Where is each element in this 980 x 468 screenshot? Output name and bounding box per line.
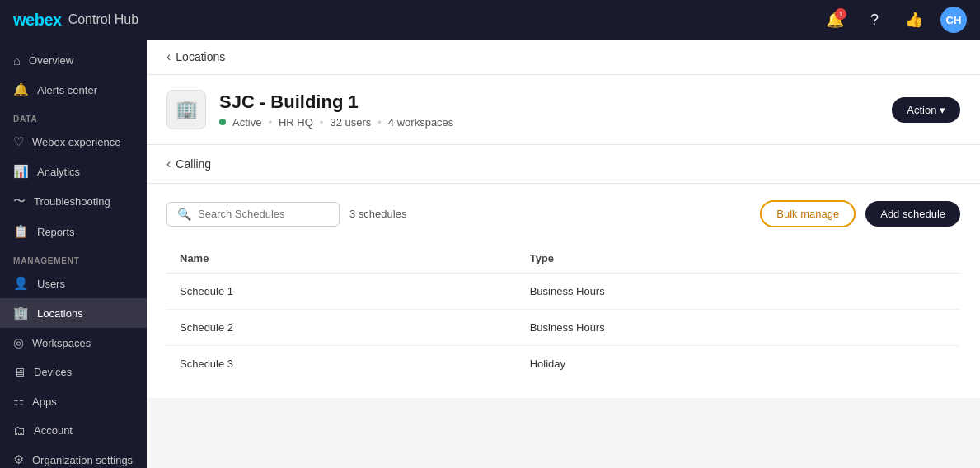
add-schedule-button[interactable]: Add schedule (865, 201, 960, 227)
sidebar-item-label: Users (37, 278, 65, 290)
calling-header: ‹ Calling (147, 145, 980, 184)
sidebar-item-overview[interactable]: ⌂ Overview (0, 46, 147, 75)
sidebar-item-label: Alerts center (37, 84, 97, 96)
location-users: 32 users (330, 116, 371, 129)
top-navigation: webex Control Hub 🔔 1 ? 👍 CH (0, 0, 980, 40)
sidebar-item-reports[interactable]: 📋 Reports (0, 217, 147, 246)
location-department: HR HQ (279, 116, 313, 129)
sidebar-item-label: Workspaces (32, 337, 91, 349)
location-header: 🏢 SJC - Building 1 Active • HR HQ • 32 u… (147, 75, 980, 145)
notifications-button[interactable]: 🔔 1 (822, 7, 848, 33)
location-title: SJC - Building 1 (219, 91, 453, 113)
location-info: SJC - Building 1 Active • HR HQ • 32 use… (219, 91, 453, 129)
sidebar-item-label: Analytics (37, 166, 80, 178)
schedules-table-body: Schedule 1 Business Hours Schedule 2 Bus… (166, 274, 960, 382)
building-icon: 🏢 (166, 90, 206, 129)
table-row[interactable]: Schedule 1 Business Hours (166, 274, 960, 310)
breadcrumb-back-button[interactable]: ‹ (166, 49, 171, 64)
devices-icon: 🖥 (13, 365, 26, 379)
help-button[interactable]: ? (861, 7, 888, 33)
schedules-section: 🔍 3 schedules Bulk manage Add schedule N… (147, 184, 980, 398)
schedule-type: Business Hours (517, 310, 960, 346)
action-button[interactable]: Action ▾ (892, 97, 960, 123)
sidebar-item-label: Devices (34, 366, 72, 378)
schedule-name: Schedule 1 (166, 274, 517, 310)
schedules-count: 3 schedules (349, 208, 750, 220)
location-workspaces: 4 workspaces (388, 116, 453, 129)
schedules-table: Name Type Schedule 1 Business Hours Sche… (166, 244, 960, 381)
location-meta: Active • HR HQ • 32 users • 4 workspaces (219, 116, 453, 129)
feedback-button[interactable]: 👍 (901, 7, 927, 33)
sidebar-item-alerts[interactable]: 🔔 Alerts center (0, 75, 147, 105)
column-header-type: Type (517, 244, 960, 274)
content-inner: ‹ Calling 🔍 3 schedules Bulk manage Add … (147, 145, 980, 398)
sidebar-section-management: MANAGEMENT (0, 246, 147, 269)
sidebar-item-label: Overview (29, 54, 73, 67)
overview-icon: ⌂ (13, 54, 21, 68)
sidebar-item-label: Troubleshooting (34, 195, 110, 208)
sidebar-item-label: Apps (32, 395, 57, 408)
sidebar-item-label: Reports (37, 226, 75, 238)
reports-icon: 📋 (13, 224, 29, 239)
users-icon: 👤 (13, 276, 29, 291)
webex-experience-icon: ♡ (13, 134, 24, 149)
webex-logo-text: webex (13, 11, 62, 30)
sidebar-item-label: Organization settings (32, 454, 133, 466)
sidebar-item-devices[interactable]: 🖥 Devices (0, 358, 147, 386)
location-status: Active (232, 116, 261, 129)
sidebar-item-label: Webex experience (32, 136, 120, 148)
app-layout: ⌂ Overview 🔔 Alerts center DATA ♡ Webex … (0, 40, 980, 468)
sidebar-item-label: Account (34, 424, 73, 437)
schedule-name: Schedule 2 (166, 310, 517, 346)
breadcrumb-label: Locations (176, 50, 225, 63)
topnav-icons: 🔔 1 ? 👍 CH (822, 7, 967, 33)
alerts-icon: 🔔 (13, 82, 29, 97)
search-icon: 🔍 (177, 208, 191, 221)
account-icon: 🗂 (13, 424, 26, 438)
sidebar-item-apps[interactable]: ⚏ Apps (0, 386, 147, 416)
analytics-icon: 📊 (13, 164, 29, 179)
schedule-name: Schedule 3 (166, 346, 517, 382)
logo: webex Control Hub (13, 11, 138, 30)
locations-icon: 🏢 (13, 306, 29, 321)
sidebar-item-locations[interactable]: 🏢 Locations (0, 298, 147, 328)
sidebar-item-webex-experience[interactable]: ♡ Webex experience (0, 127, 147, 157)
breadcrumb-bar: ‹ Locations (147, 40, 980, 75)
workspaces-icon: ◎ (13, 335, 24, 350)
sidebar-section-data: DATA (0, 105, 147, 127)
main-content: ‹ Locations 🏢 SJC - Building 1 Active • … (147, 40, 980, 468)
bulk-manage-button[interactable]: Bulk manage (760, 200, 856, 227)
product-name: Control Hub (68, 12, 138, 27)
sidebar-item-account[interactable]: 🗂 Account (0, 416, 147, 445)
search-input[interactable] (198, 208, 336, 220)
table-row[interactable]: Schedule 3 Holiday (166, 346, 960, 382)
table-header: Name Type (166, 244, 960, 274)
schedule-type: Holiday (517, 346, 960, 382)
location-header-left: 🏢 SJC - Building 1 Active • HR HQ • 32 u… (166, 90, 453, 129)
status-indicator (219, 119, 226, 125)
sidebar-item-troubleshooting[interactable]: 〜 Troubleshooting (0, 186, 147, 217)
schedule-type: Business Hours (517, 274, 960, 310)
calling-label: Calling (176, 157, 211, 171)
sidebar: ⌂ Overview 🔔 Alerts center DATA ♡ Webex … (0, 40, 147, 468)
troubleshooting-icon: 〜 (13, 194, 26, 209)
user-avatar[interactable]: CH (940, 7, 967, 33)
apps-icon: ⚏ (13, 394, 24, 409)
table-row[interactable]: Schedule 2 Business Hours (166, 310, 960, 346)
notification-badge: 1 (835, 8, 846, 20)
column-header-name: Name (166, 244, 517, 274)
sidebar-item-org-settings[interactable]: ⚙ Organization settings (0, 445, 147, 468)
org-settings-icon: ⚙ (13, 452, 24, 467)
sidebar-item-label: Locations (37, 307, 83, 320)
schedules-toolbar: 🔍 3 schedules Bulk manage Add schedule (166, 200, 960, 227)
sidebar-item-workspaces[interactable]: ◎ Workspaces (0, 328, 147, 358)
content-area: ‹ Calling 🔍 3 schedules Bulk manage Add … (147, 145, 980, 468)
calling-back-button[interactable]: ‹ (166, 157, 171, 171)
search-box: 🔍 (166, 202, 340, 227)
sidebar-item-analytics[interactable]: 📊 Analytics (0, 157, 147, 186)
sidebar-item-users[interactable]: 👤 Users (0, 269, 147, 298)
